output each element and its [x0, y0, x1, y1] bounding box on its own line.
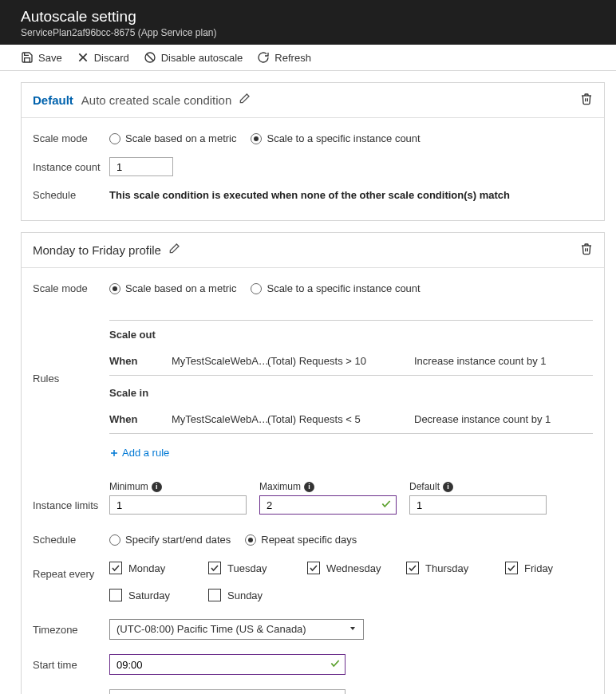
rules-label: Rules — [33, 317, 109, 384]
save-button[interactable]: Save — [21, 51, 62, 64]
day-label: Monday — [128, 562, 165, 574]
maximum-label: Maximum — [259, 481, 301, 492]
day-label: Wednesday — [326, 562, 381, 574]
schedule-label: Schedule — [33, 534, 109, 546]
rule-action: Decrease instance count by 1 — [414, 413, 593, 425]
scale-mode-label: Scale mode — [33, 282, 109, 294]
default-profile-name: Auto created scale condition — [81, 93, 231, 107]
checkbox-icon — [208, 589, 221, 601]
radio-scale-fixed[interactable]: Scale to a specific instance count — [251, 282, 420, 294]
radio-scale-metric[interactable]: Scale based on a metric — [109, 132, 236, 144]
instance-count-input[interactable] — [109, 157, 173, 176]
edit-default-name-button[interactable] — [238, 93, 251, 108]
minimum-label: Minimum — [109, 481, 148, 492]
plus-icon — [109, 448, 119, 458]
checkbox-icon — [505, 562, 518, 574]
repeat-every-label: Repeat every — [33, 562, 109, 580]
delete-default-button[interactable] — [580, 93, 593, 108]
day-label: Friday — [524, 562, 553, 574]
rule-when: When — [109, 413, 172, 425]
radio-scale-fixed-label: Scale to a specific instance count — [267, 132, 420, 144]
radio-icon — [245, 534, 256, 546]
radio-scale-metric-label: Scale based on a metric — [125, 132, 236, 144]
scale-out-rule[interactable]: When MyTestScaleWebA… (Total) Requests >… — [109, 347, 593, 376]
close-icon — [77, 51, 89, 64]
rule-when: When — [109, 355, 172, 367]
checkmark-icon — [330, 658, 341, 672]
svg-line-3 — [147, 54, 153, 61]
scale-in-rule[interactable]: When MyTestScaleWebA… (Total) Requests <… — [109, 405, 593, 434]
start-time-input[interactable] — [109, 654, 346, 675]
weekday-profile-body: Scale mode Scale based on a metric Scale… — [22, 268, 604, 694]
instance-count-label: Instance count — [33, 161, 109, 173]
minimum-input[interactable] — [109, 495, 247, 515]
edit-weekday-name-button[interactable] — [168, 243, 180, 258]
refresh-button[interactable]: Refresh — [257, 51, 311, 64]
checkbox-icon — [109, 562, 122, 574]
timezone-label: Timezone — [33, 624, 109, 636]
default-label: Default — [409, 481, 440, 492]
timezone-select[interactable]: (UTC-08:00) Pacific Time (US & Canada) — [109, 619, 364, 640]
page-title: Autoscale setting — [21, 8, 603, 26]
info-icon[interactable]: i — [152, 482, 162, 492]
add-rule-button[interactable]: Add a rule — [109, 437, 169, 463]
default-profile-panel: Default Auto created scale condition Sca… — [21, 82, 605, 221]
radio-icon — [109, 133, 120, 144]
disable-icon — [144, 51, 156, 64]
scale-in-header: Scale in — [109, 379, 593, 405]
add-rule-label: Add a rule — [122, 447, 169, 459]
checkbox-monday[interactable]: Monday — [109, 562, 208, 574]
maximum-input[interactable] — [259, 495, 397, 515]
scale-out-section: Scale out When MyTestScaleWebA… (Total) … — [109, 320, 593, 376]
default-input[interactable] — [409, 495, 547, 515]
checkbox-icon — [406, 562, 419, 574]
toolbar: Save Discard Disable autoscale Refresh — [0, 45, 616, 71]
radio-scale-fixed[interactable]: Scale to a specific instance count — [251, 132, 420, 144]
checkbox-icon — [307, 562, 320, 574]
radio-repeat-days-button[interactable]: Repeat specific days — [245, 534, 357, 546]
page-subtitle: ServicePlan2af96bcc-8675 (App Service pl… — [21, 27, 603, 38]
end-time-input[interactable] — [109, 689, 346, 694]
checkmark-icon — [381, 499, 392, 512]
checkbox-tuesday[interactable]: Tuesday — [208, 562, 307, 574]
radio-specify-dates-label: Specify start/end dates — [125, 534, 231, 546]
discard-label: Discard — [94, 52, 129, 64]
rule-resource: MyTestScaleWebA… — [172, 355, 267, 367]
instance-limits-label: Instance limits — [33, 499, 109, 515]
disable-autoscale-button[interactable]: Disable autoscale — [144, 51, 243, 64]
day-label: Saturday — [128, 590, 170, 601]
scale-in-section: Scale in When MyTestScaleWebA… (Total) R… — [109, 379, 593, 434]
rule-resource: MyTestScaleWebA… — [172, 413, 267, 425]
checkbox-icon — [208, 562, 221, 574]
radio-icon — [251, 283, 262, 294]
checkbox-sunday[interactable]: Sunday — [208, 589, 307, 601]
checkbox-thursday[interactable]: Thursday — [406, 562, 505, 574]
save-icon — [21, 51, 34, 64]
start-time-label: Start time — [33, 659, 109, 671]
info-icon[interactable]: i — [304, 482, 314, 492]
refresh-icon — [257, 51, 270, 64]
checkbox-saturday[interactable]: Saturday — [109, 589, 208, 601]
disable-label: Disable autoscale — [161, 52, 243, 64]
radio-scale-metric[interactable]: Scale based on a metric — [109, 282, 236, 294]
save-label: Save — [38, 52, 62, 64]
pencil-icon — [238, 93, 251, 105]
trash-icon — [580, 243, 593, 255]
scale-out-header: Scale out — [109, 321, 593, 347]
info-icon[interactable]: i — [443, 482, 453, 492]
rule-condition: (Total) Requests > 10 — [267, 355, 414, 367]
rule-action: Increase instance count by 1 — [414, 355, 593, 367]
checkbox-wednesday[interactable]: Wednesday — [307, 562, 406, 574]
radio-icon — [109, 283, 120, 294]
day-label: Tuesday — [227, 562, 267, 574]
weekday-profile-panel: Monday to Friday profile Scale mode Scal… — [21, 232, 605, 694]
page-header: Autoscale setting ServicePlan2af96bcc-86… — [0, 0, 616, 45]
delete-weekday-button[interactable] — [580, 243, 593, 258]
radio-specify-dates-button[interactable]: Specify start/end dates — [109, 534, 231, 546]
rule-condition: (Total) Requests < 5 — [267, 413, 414, 425]
refresh-label: Refresh — [274, 52, 311, 64]
weekday-profile-name: Monday to Friday profile — [33, 243, 161, 257]
checkbox-friday[interactable]: Friday — [505, 562, 577, 574]
radio-scale-fixed-label: Scale to a specific instance count — [267, 282, 420, 294]
discard-button[interactable]: Discard — [77, 51, 129, 64]
